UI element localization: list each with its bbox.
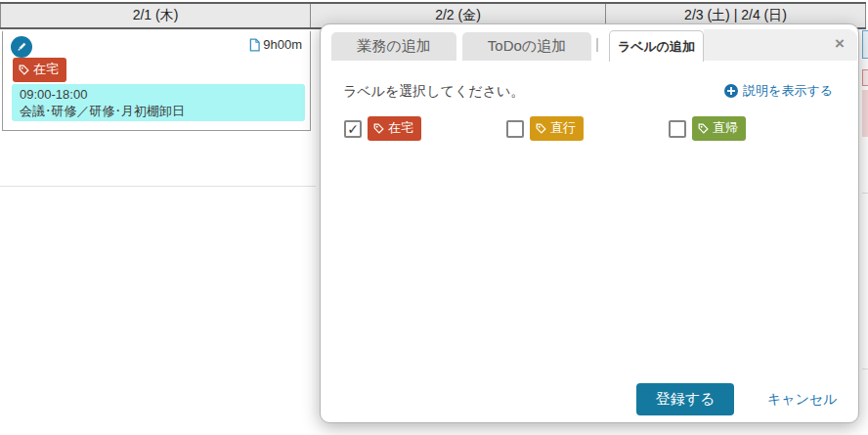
tag-icon	[536, 123, 546, 134]
label-checkbox[interactable]: ✓	[506, 120, 524, 138]
register-button[interactable]: 登録する	[636, 383, 734, 415]
day-label-text: 在宅	[33, 61, 59, 78]
dialog-instruction: ラベルを選択してください。	[343, 83, 524, 101]
grid-line	[0, 186, 316, 187]
clipped-event-pink	[862, 90, 868, 137]
event-time: 09:00-18:00	[20, 86, 297, 103]
tab-separator: |	[595, 35, 599, 52]
label-badge: 直帰	[692, 116, 746, 141]
label-badge: 直行	[530, 116, 584, 141]
tag-icon	[373, 123, 384, 134]
day-header-label: 2/3 (土) | 2/4 (日)	[684, 7, 787, 24]
show-description-label: 説明を表示する	[743, 82, 833, 100]
label-checkbox[interactable]: ✓	[344, 120, 362, 138]
event-title: 会議･研修／研修･月初棚卸日	[20, 103, 297, 119]
label-option-chokki[interactable]: ✓ 直帰	[669, 116, 831, 141]
event-block[interactable]: 09:00-18:00 会議･研修／研修･月初棚卸日	[12, 84, 305, 121]
pencil-icon	[15, 40, 28, 54]
day-header-label: 2/2 (金)	[435, 7, 481, 24]
document-icon	[249, 38, 260, 52]
label-option-chokko[interactable]: ✓ 直行	[506, 116, 669, 141]
label-options-row: ✓ 在宅 ✓	[344, 116, 831, 141]
day-header-label: 2/1 (木)	[133, 7, 179, 24]
close-icon[interactable]: ×	[835, 35, 845, 52]
tab-add-todo[interactable]: ToDoの追加	[462, 32, 591, 61]
tag-icon	[698, 123, 709, 134]
label-badge-text: 直行	[550, 119, 576, 137]
clipped-badge-red	[862, 69, 868, 86]
label-option-zaitaku[interactable]: ✓ 在宅	[344, 116, 506, 141]
add-label-dialog: × 業務の追加 ToDoの追加 | ラベルの追加 ラベルを選択してください。 説…	[320, 23, 859, 423]
label-badge-text: 在宅	[388, 119, 413, 137]
day-cell-2-1: 9h00m 在宅 09:00-18:00 会議･研修／研修･月初棚卸日	[2, 31, 311, 131]
app-screen: 2/1 (木) 2/2 (金) 2/3 (土) | 2/4 (日) 9h00m	[0, 0, 868, 435]
label-checkbox[interactable]: ✓	[669, 120, 686, 138]
duration-value: 9h00m	[263, 37, 302, 52]
day-label-badge[interactable]: 在宅	[13, 58, 66, 82]
day-header-2-1: 2/1 (木)	[0, 4, 310, 27]
tag-icon	[19, 65, 29, 75]
tab-add-task[interactable]: 業務の追加	[331, 32, 456, 61]
label-badge: 在宅	[368, 116, 421, 141]
tab-add-label[interactable]: ラベルの追加	[609, 30, 704, 62]
grid-line	[862, 369, 868, 370]
cancel-link[interactable]: キャンセル	[767, 391, 838, 409]
grid-line	[862, 193, 868, 194]
show-description-link[interactable]: 説明を表示する	[724, 82, 833, 100]
work-duration: 9h00m	[249, 37, 302, 52]
edit-pencil-icon[interactable]	[11, 36, 32, 58]
label-badge-text: 直帰	[713, 119, 738, 137]
plus-circle-icon	[724, 84, 738, 98]
dialog-titlebar: ×	[704, 29, 857, 61]
check-icon: ✓	[347, 122, 359, 136]
clipped-event-blue	[862, 30, 868, 59]
